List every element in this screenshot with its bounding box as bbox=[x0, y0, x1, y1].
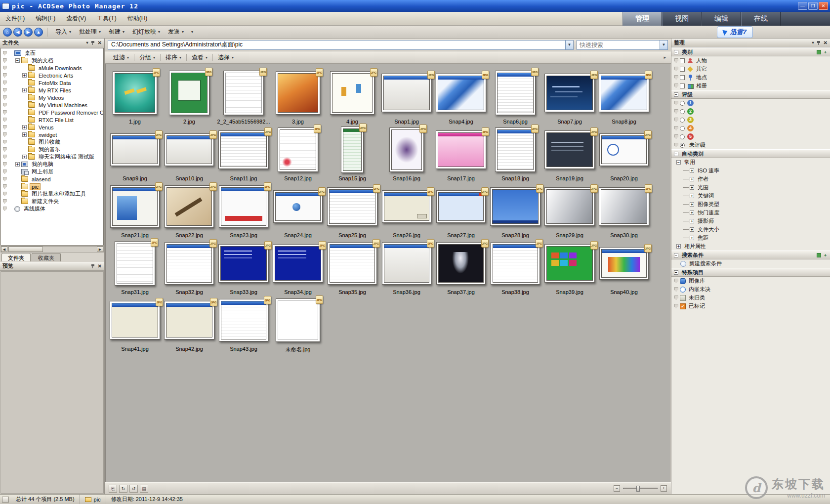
zoom-slider-thumb[interactable] bbox=[636, 486, 640, 492]
expand-toggle-icon[interactable]: + bbox=[22, 88, 27, 92]
path-dropdown-icon[interactable]: ▼ bbox=[565, 41, 573, 49]
menu-item-tools[interactable]: 工具(T) bbox=[91, 11, 122, 26]
rating-radio[interactable] bbox=[680, 126, 685, 131]
add-category-icon[interactable]: + bbox=[823, 50, 828, 54]
tag-icon[interactable] bbox=[674, 126, 678, 130]
special-item[interactable]: 图像库 bbox=[671, 277, 830, 285]
scrollbar-thumb[interactable] bbox=[8, 247, 43, 252]
category-checkbox[interactable] bbox=[680, 58, 685, 63]
folder-tree-item[interactable]: 离线媒体 bbox=[1, 205, 103, 212]
batch-button[interactable]: 批处理▾ bbox=[75, 26, 105, 38]
file-thumbnail[interactable]: JPGSnap38.jpg bbox=[488, 239, 542, 295]
file-thumbnail[interactable]: JPGSnap36.jpg bbox=[379, 239, 434, 295]
expand-toggle-icon[interactable]: + bbox=[22, 73, 27, 78]
tag-icon[interactable] bbox=[674, 143, 678, 147]
file-thumbnail[interactable]: JPGSnap15.jpg bbox=[325, 125, 379, 182]
file-thumbnail[interactable]: JPGSnap25.jpg bbox=[325, 182, 379, 239]
auto-category-item[interactable]: +焦距 bbox=[671, 234, 830, 242]
tag-icon[interactable] bbox=[3, 110, 7, 115]
tab-文件夹[interactable]: 文件夹 bbox=[1, 253, 31, 261]
create-button[interactable]: 创建▾ bbox=[105, 26, 128, 38]
auto-category-item[interactable]: +快门速度 bbox=[671, 209, 830, 217]
add-search-icon[interactable]: + bbox=[823, 253, 828, 257]
expand-toggle-icon[interactable]: + bbox=[690, 236, 694, 240]
expand-toggle-icon[interactable]: + bbox=[15, 162, 20, 167]
file-thumbnail[interactable]: JPGSnap16.jpg bbox=[379, 125, 434, 182]
search-section-header[interactable]: − 搜索条件 + bbox=[671, 251, 830, 259]
file-thumbnail[interactable]: JPGSnap8.jpg bbox=[597, 68, 651, 125]
file-thumbnail[interactable]: JPGSnap31.jpg bbox=[108, 239, 162, 295]
file-thumbnail[interactable]: JPGSnap34.jpg bbox=[271, 239, 325, 295]
file-thumbnail[interactable]: JPGSnap6.jpg bbox=[488, 68, 542, 125]
folder-tree-item[interactable]: 我的音乐 bbox=[1, 146, 103, 153]
expand-toggle-icon[interactable]: − bbox=[676, 160, 681, 165]
mode-tab-online[interactable]: 在线 bbox=[741, 12, 781, 26]
tag-icon[interactable] bbox=[674, 279, 678, 283]
auto-category-item[interactable]: +摄影师 bbox=[671, 217, 830, 225]
rating-item[interactable]: 1 bbox=[671, 99, 830, 107]
file-thumbnail[interactable]: JPG1.jpg bbox=[108, 68, 162, 125]
preview-close-icon[interactable]: ✕ bbox=[98, 264, 102, 269]
expand-toggle-icon[interactable]: + bbox=[690, 219, 694, 223]
folder-tree-item[interactable]: −我的文档 bbox=[1, 57, 103, 64]
search-view-icon[interactable] bbox=[817, 253, 821, 257]
folder-tree-item[interactable]: 网上邻居 bbox=[1, 168, 103, 175]
menu-item-file[interactable]: 文件(F) bbox=[0, 11, 30, 26]
tag-icon[interactable] bbox=[3, 147, 7, 152]
file-thumbnail[interactable]: JPGSnap32.jpg bbox=[162, 239, 216, 295]
folder-tree-item[interactable]: +My RTX Files bbox=[1, 86, 103, 94]
category-item[interactable]: 其它 bbox=[671, 65, 830, 73]
rating-radio[interactable] bbox=[680, 118, 685, 123]
file-thumbnail[interactable]: JPGSnap39.jpg bbox=[542, 239, 597, 295]
search-input[interactable] bbox=[577, 42, 660, 48]
tag-icon[interactable] bbox=[3, 169, 7, 174]
toolbar-overflow-icon[interactable]: ▾ bbox=[189, 28, 195, 36]
expand-toggle-icon[interactable]: + bbox=[22, 125, 27, 129]
zoom-out-icon[interactable]: − bbox=[614, 485, 620, 492]
import-button[interactable]: 导入▾ bbox=[51, 26, 75, 38]
menu-item-help[interactable]: 帮助(H) bbox=[122, 11, 153, 26]
tag-icon[interactable] bbox=[3, 73, 7, 78]
file-thumbnail[interactable]: JPGSnap28.jpg bbox=[488, 182, 542, 239]
tag-icon[interactable] bbox=[3, 199, 7, 204]
tag-icon[interactable] bbox=[674, 75, 678, 80]
category-item[interactable]: 相册 bbox=[671, 82, 830, 90]
rating-radio[interactable] bbox=[680, 101, 685, 106]
zoom-in-icon[interactable]: + bbox=[661, 485, 667, 492]
file-thumbnail[interactable]: JPGSnap7.jpg bbox=[542, 68, 597, 125]
folder-tree-item[interactable]: 图片收藏 bbox=[1, 138, 103, 146]
tag-icon[interactable] bbox=[674, 58, 678, 63]
tag-icon[interactable] bbox=[3, 95, 7, 100]
thunder7-button[interactable]: 迅雷7 bbox=[717, 26, 753, 38]
folder-tree-item[interactable]: aMule Downloads bbox=[1, 64, 103, 72]
mode-tab-edit[interactable]: 编辑 bbox=[702, 12, 741, 26]
pin-icon[interactable] bbox=[91, 41, 95, 45]
tag-icon[interactable] bbox=[674, 101, 678, 105]
file-thumbnail[interactable]: JPGSnap40.jpg bbox=[597, 239, 651, 295]
panel-menu-icon[interactable]: ▾ bbox=[86, 41, 88, 45]
auto-category-item[interactable]: +文件大小 bbox=[671, 225, 830, 234]
tab-收藏夹[interactable]: 收藏夹 bbox=[32, 253, 61, 261]
category-item[interactable]: 人物 bbox=[671, 56, 830, 65]
minimize-button[interactable]: — bbox=[798, 2, 807, 10]
category-checkbox[interactable] bbox=[680, 67, 685, 72]
folder-tree-item[interactable]: alasend bbox=[1, 175, 103, 183]
tag-icon[interactable] bbox=[674, 84, 678, 88]
folder-tree-item[interactable]: 新建文件夹 bbox=[1, 198, 103, 205]
tag-icon[interactable] bbox=[3, 162, 7, 167]
expand-toggle-icon[interactable]: + bbox=[690, 168, 694, 173]
file-thumbnail[interactable]: JPGSnap10.jpg bbox=[162, 125, 216, 182]
folder-tree-item[interactable]: My Virtual Machines bbox=[1, 101, 103, 109]
auto-category-item[interactable]: +相片属性 bbox=[671, 242, 830, 251]
file-thumbnail[interactable]: JPGSnap12.jpg bbox=[271, 125, 325, 182]
rating-item[interactable]: 未评级 bbox=[671, 141, 830, 149]
scroll-right-icon[interactable]: ▶ bbox=[97, 247, 103, 252]
folder-tree-item[interactable]: +xwidget bbox=[1, 131, 103, 138]
file-thumbnail[interactable]: JPGSnap4.jpg bbox=[434, 68, 488, 125]
folder-tree-item[interactable]: +聊天宝网络电话 测试版 bbox=[1, 153, 103, 161]
expand-toggle-icon[interactable]: + bbox=[690, 227, 694, 232]
categories-section-header[interactable]: − 类别 + bbox=[671, 47, 830, 56]
ratings-section-header[interactable]: − 评级 bbox=[671, 90, 830, 99]
send-button[interactable]: 发送▾ bbox=[164, 26, 188, 38]
tag-icon[interactable] bbox=[3, 155, 7, 159]
